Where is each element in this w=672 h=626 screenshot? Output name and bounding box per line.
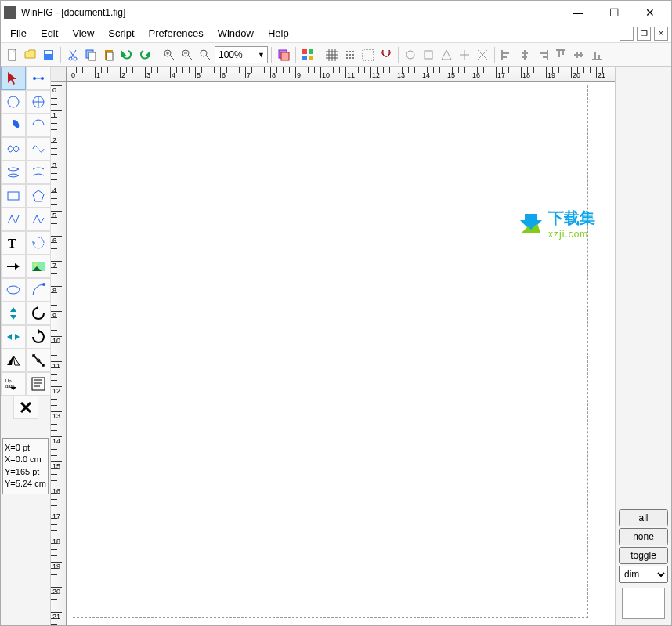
menu-preferences[interactable]: Preferences — [143, 26, 210, 41]
menu-file[interactable]: File — [4, 26, 33, 41]
rectangle-tool[interactable] — [1, 184, 26, 208]
undo-button[interactable] — [118, 46, 135, 63]
maximize-button[interactable]: ☐ — [596, 2, 632, 24]
menu-script[interactable]: Script — [102, 26, 140, 41]
redo-button[interactable] — [136, 46, 154, 63]
coordinate-display: X=0 pt X=0.0 cm Y=165 pt Y=5.24 cm — [2, 438, 49, 494]
svg-rect-61 — [8, 192, 19, 200]
text-tool[interactable]: T — [1, 231, 26, 255]
svg-rect-43 — [540, 52, 547, 54]
library-5-button[interactable] — [474, 46, 491, 63]
menu-help[interactable]: Help — [262, 26, 295, 41]
svg-rect-20 — [302, 49, 307, 54]
align-right-button[interactable] — [534, 46, 551, 63]
library-2-button[interactable] — [420, 46, 437, 63]
watermark-line2: xzji.com — [548, 229, 595, 240]
open-polyline-tool[interactable] — [26, 208, 51, 231]
svg-point-3 — [69, 57, 72, 60]
align-left-button[interactable] — [498, 46, 515, 63]
svg-rect-40 — [522, 52, 528, 54]
depth-toggle-button[interactable]: toggle — [619, 547, 668, 564]
x-cm-label: X=0.0 cm — [5, 454, 46, 465]
curve-open-tool[interactable] — [26, 161, 51, 184]
paste-button[interactable] — [100, 46, 117, 63]
polygon-tool[interactable] — [26, 184, 51, 208]
minimize-button[interactable]: — — [560, 2, 596, 24]
svg-line-10 — [170, 56, 174, 60]
delete-tool[interactable] — [13, 396, 38, 419]
svg-rect-19 — [281, 52, 289, 60]
pie-tool[interactable] — [1, 114, 26, 137]
arc2-tool[interactable] — [26, 278, 51, 302]
mdi-close-button[interactable]: × — [654, 27, 668, 41]
svg-rect-2 — [45, 51, 52, 54]
menu-window[interactable]: Window — [211, 26, 260, 41]
layers-button[interactable] — [275, 46, 292, 63]
close-button[interactable]: ✕ — [632, 2, 668, 24]
edit-props-tool[interactable] — [26, 372, 51, 396]
copy-button[interactable] — [82, 46, 99, 63]
menu-edit[interactable]: Edit — [34, 26, 64, 41]
polyline-tool[interactable] — [1, 208, 26, 231]
update-tool[interactable]: Update — [1, 372, 26, 396]
flip-v-tool[interactable] — [1, 302, 26, 325]
depth-dim-select[interactable]: dim — [619, 566, 668, 583]
align-middle-button[interactable] — [570, 46, 587, 63]
rotate-ccw-tool[interactable] — [26, 302, 51, 325]
align-center-button[interactable] — [516, 46, 533, 63]
svg-rect-50 — [580, 52, 582, 57]
rotate-text-tool[interactable] — [26, 231, 51, 255]
new-file-button[interactable] — [4, 46, 21, 63]
depth-list-box[interactable] — [622, 588, 665, 619]
shear-tool[interactable] — [26, 349, 51, 372]
svg-point-57 — [8, 96, 19, 107]
zoom-out-button[interactable] — [179, 46, 196, 63]
svg-rect-35 — [425, 51, 432, 59]
circle-tool[interactable] — [1, 90, 26, 114]
svg-point-24 — [346, 51, 348, 52]
spline-open-tool[interactable] — [26, 137, 51, 161]
zoom-fit-button[interactable] — [197, 46, 214, 63]
library-4-button[interactable] — [456, 46, 473, 63]
zoom-input[interactable] — [215, 49, 255, 60]
arrow-tool[interactable] — [1, 255, 26, 278]
arc-tool[interactable] — [26, 114, 51, 137]
x-pt-label: X=0 pt — [5, 442, 46, 454]
align-top-button[interactable] — [552, 46, 569, 63]
snap-grid-button[interactable] — [341, 46, 359, 63]
depth-none-button[interactable]: none — [619, 528, 668, 545]
mirror-tool[interactable] — [1, 349, 26, 372]
grid-button[interactable] — [323, 46, 341, 63]
svg-text:Up: Up — [5, 378, 12, 383]
library-1-button[interactable] — [402, 46, 419, 63]
spline-closed-tool[interactable] — [1, 137, 26, 161]
library-3-button[interactable] — [438, 46, 455, 63]
rotate-cw-tool[interactable] — [26, 325, 51, 349]
cut-button[interactable] — [64, 46, 81, 63]
color-palette-button[interactable] — [299, 46, 316, 63]
curve-closed-tool[interactable] — [1, 161, 26, 184]
drawing-canvas[interactable]: 下载集 xzji.com — [67, 82, 615, 625]
mdi-minimize-button[interactable]: - — [620, 27, 634, 41]
open-file-button[interactable] — [22, 46, 39, 63]
ellipse-tool[interactable] — [1, 278, 26, 302]
select-tool[interactable] — [1, 67, 26, 90]
align-bottom-button[interactable] — [588, 46, 605, 63]
mdi-restore-button[interactable]: ❐ — [637, 27, 651, 41]
save-file-button[interactable] — [40, 46, 57, 63]
flip-h-tool[interactable] — [1, 325, 26, 349]
circle-center-tool[interactable] — [26, 90, 51, 114]
depth-all-button[interactable]: all — [619, 509, 668, 526]
magnet-button[interactable] — [378, 46, 395, 63]
window-title: WinFIG - [document1.fig] — [21, 7, 560, 18]
zoom-dropdown-button[interactable]: ▼ — [255, 47, 267, 63]
svg-point-30 — [346, 57, 348, 59]
zoom-in-button[interactable] — [161, 46, 178, 63]
grid-dots-button[interactable] — [359, 46, 377, 63]
node-edit-tool[interactable] — [26, 67, 51, 90]
svg-rect-37 — [503, 52, 509, 54]
zoom-combo[interactable]: ▼ — [215, 46, 268, 63]
menu-view[interactable]: View — [66, 26, 100, 41]
svg-rect-71 — [32, 378, 45, 390]
image-tool[interactable] — [26, 255, 51, 278]
